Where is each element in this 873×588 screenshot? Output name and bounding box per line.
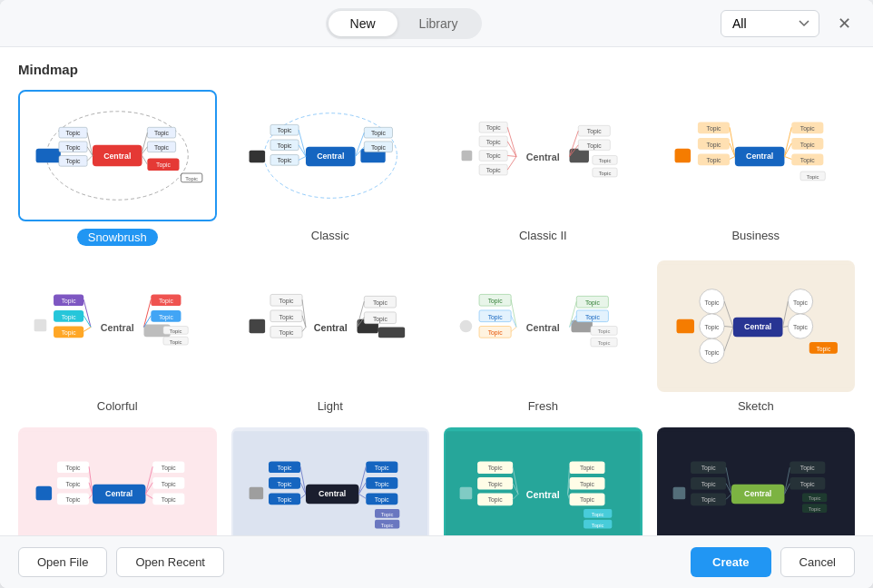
tab-library[interactable]: Library	[397, 11, 480, 36]
svg-text:Topic: Topic	[277, 481, 291, 488]
svg-text:Central: Central	[526, 152, 560, 162]
svg-text:Topic: Topic	[816, 346, 830, 353]
svg-text:Topic: Topic	[154, 130, 169, 137]
svg-text:Topic: Topic	[162, 496, 176, 504]
svg-text:Topic: Topic	[592, 523, 604, 528]
template-fresh[interactable]: Topic Topic Topic Central	[444, 260, 642, 413]
template-classic2[interactable]: Topic Topic Topic Topic Central	[444, 90, 642, 246]
svg-text:Topic: Topic	[279, 329, 293, 337]
svg-text:Topic: Topic	[66, 144, 81, 152]
preview-party: Topic Topic Topic Central Topic	[18, 427, 217, 535]
svg-rect-47	[462, 151, 473, 162]
svg-text:Topic: Topic	[277, 496, 291, 504]
svg-text:Topic: Topic	[701, 481, 715, 488]
svg-text:Topic: Topic	[185, 176, 198, 181]
template-classic[interactable]: Central Topic Topic Topic	[231, 90, 430, 246]
svg-text:Topic: Topic	[598, 340, 611, 346]
template-official[interactable]: Topic Topic Topic Central Topic	[231, 427, 430, 535]
label-classic2: Classic II	[519, 229, 567, 242]
svg-text:Central: Central	[101, 322, 134, 333]
svg-text:Topic: Topic	[277, 465, 291, 472]
svg-text:Topic: Topic	[808, 506, 820, 512]
template-snowbrush[interactable]: Central Topic Topic Topic	[18, 90, 217, 246]
svg-rect-4	[36, 149, 61, 163]
template-light[interactable]: Topic Topic Topic Central	[231, 260, 430, 413]
label-classic: Classic	[311, 229, 349, 242]
footer: Open File Open Recent Create Cancel	[0, 535, 873, 588]
svg-text:Topic: Topic	[799, 465, 814, 472]
template-colorful[interactable]: Topic Topic Topic Central Topic	[18, 260, 217, 413]
svg-rect-257	[672, 487, 685, 500]
svg-rect-205	[233, 431, 428, 535]
svg-text:Topic: Topic	[374, 465, 388, 472]
svg-text:Central: Central	[105, 489, 132, 498]
template-sea[interactable]: Topic Topic Topic Central Topic	[444, 427, 642, 535]
dialog: New Library All Business Education Perso…	[0, 0, 873, 588]
svg-text:Topic: Topic	[486, 152, 501, 160]
preview-classic: Central Topic Topic Topic	[231, 90, 430, 221]
svg-text:Topic: Topic	[156, 162, 171, 169]
svg-text:Topic: Topic	[486, 139, 501, 146]
tab-new[interactable]: New	[329, 11, 397, 36]
svg-text:Topic: Topic	[599, 171, 612, 176]
svg-text:Topic: Topic	[277, 127, 291, 134]
svg-rect-163	[676, 319, 694, 334]
svg-text:Topic: Topic	[488, 298, 503, 305]
close-button[interactable]: ✕	[830, 12, 858, 35]
svg-text:Topic: Topic	[162, 481, 176, 488]
svg-text:Topic: Topic	[370, 130, 385, 137]
svg-text:Central: Central	[526, 322, 560, 333]
svg-text:Topic: Topic	[374, 496, 388, 504]
cancel-button[interactable]: Cancel	[780, 547, 855, 577]
svg-text:Topic: Topic	[706, 142, 721, 149]
svg-text:Topic: Topic	[159, 298, 173, 305]
svg-text:Topic: Topic	[585, 299, 600, 307]
svg-text:Topic: Topic	[162, 465, 176, 472]
svg-text:Central: Central	[317, 152, 344, 161]
svg-text:Topic: Topic	[380, 512, 393, 517]
svg-rect-73	[674, 149, 691, 163]
svg-text:Central: Central	[746, 152, 773, 161]
svg-rect-184	[36, 486, 53, 501]
svg-text:Topic: Topic	[793, 299, 808, 307]
label-business: Business	[731, 229, 780, 242]
svg-text:Central: Central	[319, 489, 346, 498]
preview-light: Topic Topic Topic Central	[231, 260, 430, 392]
svg-text:Topic: Topic	[592, 512, 604, 517]
svg-text:Topic: Topic	[488, 481, 503, 488]
svg-text:Central: Central	[526, 489, 560, 500]
svg-text:Central: Central	[103, 152, 131, 161]
svg-text:Topic: Topic	[486, 167, 501, 174]
template-business[interactable]: Topic Topic Topic Central Topic	[657, 90, 856, 246]
svg-text:Topic: Topic	[701, 465, 715, 472]
svg-text:Topic: Topic	[704, 299, 719, 307]
svg-text:Topic: Topic	[799, 481, 814, 488]
preview-business: Topic Topic Topic Central Topic	[657, 90, 856, 221]
svg-text:Topic: Topic	[279, 314, 293, 321]
open-recent-button[interactable]: Open Recent	[116, 547, 224, 577]
preview-fresh: Topic Topic Topic Central	[444, 260, 642, 392]
preview-snowbrush: Central Topic Topic Topic	[18, 90, 217, 221]
svg-rect-206	[249, 487, 263, 500]
svg-text:Topic: Topic	[170, 339, 182, 345]
svg-text:Topic: Topic	[380, 523, 393, 528]
label-colorful: Colorful	[97, 399, 138, 413]
svg-text:Topic: Topic	[159, 314, 173, 321]
svg-text:Topic: Topic	[277, 157, 291, 164]
footer-left: Open File Open Recent	[18, 547, 224, 577]
open-file-button[interactable]: Open File	[18, 547, 107, 577]
template-robust[interactable]: Topic Topic Topic Central Topic	[657, 427, 856, 535]
template-party[interactable]: Topic Topic Topic Central Topic	[18, 427, 217, 535]
svg-text:Topic: Topic	[62, 298, 76, 305]
svg-rect-61	[570, 149, 589, 163]
svg-text:Topic: Topic	[66, 130, 81, 137]
svg-text:Topic: Topic	[599, 158, 612, 163]
svg-text:Topic: Topic	[704, 349, 719, 357]
svg-rect-232	[460, 487, 473, 500]
svg-text:Topic: Topic	[598, 328, 611, 334]
svg-text:Topic: Topic	[374, 481, 388, 488]
template-sketch[interactable]: Topic Topic Topic Central Topic	[657, 260, 856, 413]
svg-text:Topic: Topic	[154, 144, 169, 152]
filter-select[interactable]: All Business Education Personal	[721, 10, 819, 37]
create-button[interactable]: Create	[691, 547, 770, 577]
